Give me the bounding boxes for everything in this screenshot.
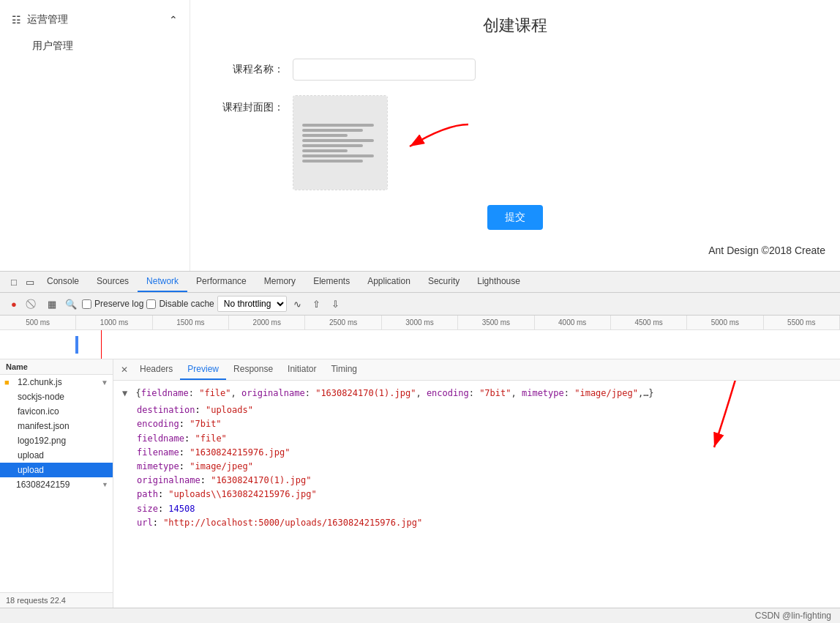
- json-field-originalname: originalname: "1630824170(1).jpg": [122, 474, 831, 488]
- timeline-marker-red: [101, 330, 102, 359]
- user-icon: ☷: [12, 14, 21, 26]
- file-name-upload1: upload: [18, 450, 108, 460]
- devtools-main: Name ■ 12.chunk.js ▼ sockjs-node favicon…: [0, 359, 840, 608]
- main-content: 创建课程 课程名称： 课程封面图：: [190, 0, 840, 271]
- devtools-panel: □ ▭ Console Sources Network Performance …: [0, 271, 840, 623]
- json-field-path: path: "uploads\\1630824215976.jpg": [122, 488, 831, 501]
- tab-network[interactable]: Network: [138, 272, 187, 292]
- sidebar-group-operations[interactable]: ☷ 运营管理 ⌃: [0, 7, 190, 32]
- preview-line: [302, 124, 374, 127]
- disable-cache-label[interactable]: Disable cache: [146, 299, 214, 309]
- course-name-input[interactable]: [293, 59, 476, 81]
- page-title: 创建课程: [220, 15, 811, 37]
- file-list-header-label: Name: [6, 362, 28, 371]
- detail-tab-timing[interactable]: Timing: [323, 359, 364, 380]
- network-toolbar: ● ⃠ ▦ 🔍 Preserve log Disable cache No th…: [0, 293, 840, 316]
- wifi-icon[interactable]: ∿: [290, 296, 306, 312]
- json-field-destination: destination: "uploads": [122, 403, 831, 417]
- tab-security[interactable]: Security: [419, 272, 468, 292]
- preserve-log-checkbox[interactable]: [82, 299, 91, 309]
- timeline-label-3000: 3000 ms: [382, 316, 458, 329]
- file-list-footer: 18 requests 22.4: [0, 592, 113, 608]
- ant-design-credit: Ant Design ©2018 Create: [708, 245, 825, 256]
- timeline-label-4500: 4500 ms: [611, 316, 687, 329]
- export-icon[interactable]: ⇩: [328, 296, 344, 312]
- timeline-label-5000: 5000 ms: [687, 316, 763, 329]
- timeline-label-2500: 2500 ms: [305, 316, 381, 329]
- timeline-label-4000: 4000 ms: [535, 316, 611, 329]
- detail-tab-preview[interactable]: Preview: [180, 359, 226, 380]
- filter-icon[interactable]: ▦: [44, 296, 60, 312]
- list-item-selected[interactable]: upload: [0, 463, 113, 477]
- expand-icon-2: ▼: [102, 481, 108, 488]
- preview-line: [302, 154, 374, 157]
- json-field-filename: filename: "1630824215976.jpg": [122, 446, 831, 460]
- file-name-favicon: favicon.ico: [18, 406, 108, 417]
- disable-cache-checkbox[interactable]: [146, 299, 156, 309]
- devtools-tab-bar: □ ▭ Console Sources Network Performance …: [0, 272, 840, 293]
- detail-panel: ✕ Headers Preview Response Initiator Tim…: [113, 359, 840, 608]
- tab-memory[interactable]: Memory: [255, 272, 304, 292]
- detail-tab-headers[interactable]: Headers: [132, 359, 180, 380]
- import-icon[interactable]: ⇧: [309, 296, 325, 312]
- json-summary: ▼ {fieldname: "file", originalname: "163…: [122, 387, 831, 400]
- list-item[interactable]: ■ 12.chunk.js ▼: [0, 375, 113, 389]
- detail-close-button[interactable]: ✕: [116, 362, 132, 378]
- detail-tab-response[interactable]: Response: [226, 359, 280, 380]
- tab-elements[interactable]: Elements: [304, 272, 359, 292]
- requests-count: 18 requests 22.4: [6, 596, 66, 605]
- devtools-device-icon[interactable]: ▭: [22, 274, 38, 290]
- preview-line: [302, 139, 374, 142]
- preview-line: [302, 134, 348, 137]
- list-item[interactable]: favicon.ico: [0, 404, 113, 419]
- file-icon-chunk: ■: [4, 378, 15, 387]
- file-name-upload2: upload: [18, 465, 108, 475]
- list-item[interactable]: upload: [0, 448, 113, 463]
- preserve-log-label[interactable]: Preserve log: [82, 299, 143, 309]
- submit-button[interactable]: 提交: [487, 205, 543, 230]
- json-field-mimetype: mimetype: "image/jpeg": [122, 460, 831, 474]
- timeline-body: [0, 330, 840, 359]
- detail-content: ▼ {fieldname: "file", originalname: "163…: [113, 381, 840, 608]
- form-row-cover: 课程封面图：: [220, 95, 811, 190]
- file-name-manifest: manifest.json: [18, 421, 108, 431]
- stop-button[interactable]: ⃠: [25, 296, 41, 312]
- expand-icon: ▼: [101, 378, 108, 387]
- timeline-labels: 500 ms 1000 ms 1500 ms 2000 ms 2500 ms 3…: [0, 316, 840, 330]
- detail-tab-initiator[interactable]: Initiator: [280, 359, 323, 380]
- list-item[interactable]: sockjs-node: [0, 389, 113, 404]
- upload-area[interactable]: [293, 95, 388, 190]
- timeline-label-1500: 1500 ms: [153, 316, 229, 329]
- tab-console[interactable]: Console: [38, 272, 88, 292]
- file-name-1630: 16308242159: [16, 480, 100, 490]
- form-submit-section: 提交: [220, 205, 811, 230]
- list-item[interactable]: 16308242159 ▼: [0, 477, 113, 492]
- tab-application[interactable]: Application: [359, 272, 419, 292]
- timeline-label-2000: 2000 ms: [229, 316, 305, 329]
- file-list-header: Name: [0, 359, 113, 375]
- devtools-bottom-bar: CSDN @lin-fighting: [0, 608, 840, 623]
- list-item[interactable]: logo192.png: [0, 433, 113, 448]
- devtools-inspect-icon[interactable]: □: [6, 274, 22, 290]
- sidebar-sub-item-label: 用户管理: [32, 40, 73, 51]
- file-list: Name ■ 12.chunk.js ▼ sockjs-node favicon…: [0, 359, 113, 608]
- search-icon[interactable]: 🔍: [63, 296, 79, 312]
- preserve-log-text: Preserve log: [94, 299, 143, 309]
- tab-performance[interactable]: Performance: [187, 272, 255, 292]
- disable-cache-text: Disable cache: [159, 299, 214, 309]
- throttle-select[interactable]: No throttling Slow 3G Fast 3G: [217, 296, 287, 312]
- expand-arrow: ▼: [122, 388, 127, 398]
- json-field-size: size: 14508: [122, 502, 831, 516]
- json-field-url: url: "http://localhost:5000/uploads/1630…: [122, 516, 831, 530]
- tab-lighthouse[interactable]: Lighthouse: [468, 272, 529, 292]
- preview-line: [302, 144, 363, 147]
- list-item[interactable]: manifest.json: [0, 419, 113, 433]
- sidebar-item-user-management[interactable]: 用户管理: [0, 32, 190, 60]
- sidebar-group-label: 运营管理: [27, 13, 68, 26]
- tab-sources[interactable]: Sources: [88, 272, 138, 292]
- sidebar: ☷ 运营管理 ⌃ 用户管理: [0, 0, 190, 271]
- record-button[interactable]: ●: [6, 296, 22, 312]
- timeline-marker-blue: [75, 336, 78, 354]
- json-summary-text: {fieldname: "file", originalname: "16308…: [135, 388, 653, 398]
- timeline-label-1000: 1000 ms: [76, 316, 152, 329]
